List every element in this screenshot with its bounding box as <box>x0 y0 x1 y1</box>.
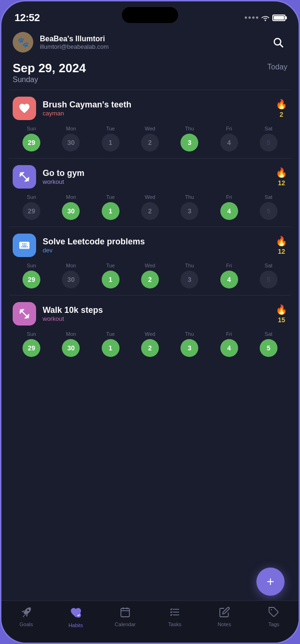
day-circle[interactable]: 1 <box>102 134 120 152</box>
nav-item-tasks[interactable]: Tasks <box>150 606 200 627</box>
day-col: Sun 29 <box>13 194 50 220</box>
habit-card-leetcode[interactable]: Solve Leetcode problems dev 🔥 12 Sun 29 … <box>9 227 291 295</box>
current-date: Sep 29, 2024 <box>13 61 86 76</box>
day-circle[interactable]: 29 <box>22 134 40 152</box>
habit-name: Brush Cayman's teeth <box>43 100 269 110</box>
day-circle[interactable]: 30 <box>62 271 80 288</box>
flame-icon: 🔥 <box>276 167 287 178</box>
day-circle[interactable]: 5 <box>260 134 278 152</box>
day-col: Sun 29 <box>13 263 50 288</box>
date-header: Sep 29, 2024 Sunday Today <box>1 57 299 90</box>
day-circle[interactable]: 5 <box>260 271 278 288</box>
day-circle[interactable]: 3 <box>180 202 198 220</box>
day-circle[interactable]: 29 <box>22 202 40 220</box>
nav-item-tags[interactable]: Tags <box>249 606 299 627</box>
day-circle[interactable]: 30 <box>62 202 80 220</box>
day-col: Sun 29 <box>13 126 50 152</box>
habit-icon <box>13 165 36 189</box>
notes-label: Notes <box>218 621 231 627</box>
day-circle[interactable]: 4 <box>220 271 238 288</box>
nav-item-goals[interactable]: Goals <box>1 606 51 627</box>
habit-name: Go to gym <box>43 168 269 178</box>
day-circle[interactable]: 1 <box>102 271 120 288</box>
day-col: Sat 5 <box>250 126 287 152</box>
week-row: Sun 29 Mon 30 Tue 1 Wed 2 Thu 3 Fri 4 Sa… <box>13 263 287 288</box>
header-text: BeaBea's Illumtori illumtori@beabealab.c… <box>40 35 262 50</box>
tasks-label: Tasks <box>168 621 181 627</box>
day-col: Fri 4 <box>210 194 248 220</box>
day-circle[interactable]: 4 <box>220 134 238 152</box>
habits-icon <box>70 606 82 621</box>
habit-icon <box>13 234 36 257</box>
day-label: Tue <box>106 194 115 200</box>
day-label: Sun <box>27 126 36 131</box>
user-name: BeaBea's Illumtori <box>40 35 262 43</box>
day-label: Fri <box>226 263 232 268</box>
day-circle[interactable]: 30 <box>62 339 80 357</box>
day-col: Sat 5 <box>250 331 287 357</box>
status-time: 12:52 <box>15 12 40 24</box>
day-circle[interactable]: 3 <box>180 134 198 152</box>
day-circle[interactable]: 1 <box>102 202 120 220</box>
habits-list: Brush Cayman's teeth cayman 🔥 2 Sun 29 M… <box>1 90 299 577</box>
habit-card-walk-10k[interactable]: Walk 10k steps workout 🔥 15 Sun 29 Mon 3… <box>9 295 291 364</box>
day-label: Wed <box>145 331 155 337</box>
day-label: Thu <box>185 126 194 131</box>
day-circle[interactable]: 3 <box>180 271 198 288</box>
habit-streak: 🔥 15 <box>276 304 287 324</box>
day-circle[interactable]: 5 <box>260 202 278 220</box>
habit-tag: workout <box>43 178 269 185</box>
day-col: Mon 30 <box>52 126 90 152</box>
day-col: Mon 30 <box>52 263 90 288</box>
day-label: Tue <box>106 126 115 131</box>
nav-item-habits[interactable]: Habits <box>51 606 101 628</box>
today-button[interactable]: Today <box>267 61 287 71</box>
nav-item-calendar[interactable]: Calendar <box>100 606 150 627</box>
habit-name: Walk 10k steps <box>43 305 269 315</box>
day-label: Wed <box>145 263 155 268</box>
habit-card-brush-cayman[interactable]: Brush Cayman's teeth cayman 🔥 2 Sun 29 M… <box>9 90 291 158</box>
day-circle[interactable]: 30 <box>62 134 80 152</box>
day-col: Fri 4 <box>210 126 248 152</box>
day-circle[interactable]: 29 <box>22 339 40 357</box>
day-col: Tue 1 <box>92 331 129 357</box>
day-label: Wed <box>145 126 155 131</box>
battery-icon <box>272 15 285 21</box>
week-row: Sun 29 Mon 30 Tue 1 Wed 2 Thu 3 Fri 4 Sa… <box>13 331 287 357</box>
current-day: Sunday <box>13 76 86 84</box>
streak-count: 12 <box>278 248 285 255</box>
day-circle[interactable]: 2 <box>141 134 159 152</box>
day-circle[interactable]: 1 <box>102 339 120 357</box>
day-circle[interactable]: 2 <box>141 202 159 220</box>
day-col: Thu 3 <box>171 331 208 357</box>
day-circle[interactable]: 5 <box>260 339 278 357</box>
day-col: Wed 2 <box>131 194 169 220</box>
svg-rect-3 <box>121 608 129 617</box>
search-button[interactable] <box>269 33 287 52</box>
day-label: Tue <box>106 263 115 268</box>
day-label: Tue <box>106 331 115 337</box>
add-habit-button[interactable]: + <box>256 568 285 596</box>
day-circle[interactable]: 29 <box>22 271 40 288</box>
day-label: Sat <box>265 126 273 131</box>
day-circle[interactable]: 4 <box>220 339 238 357</box>
day-label: Sat <box>265 194 273 200</box>
day-col: Mon 30 <box>52 194 90 220</box>
day-circle[interactable]: 3 <box>180 339 198 357</box>
habit-streak: 🔥 12 <box>276 235 287 255</box>
day-col: Sat 5 <box>250 263 287 288</box>
day-circle[interactable]: 4 <box>220 202 238 220</box>
habit-info: Go to gym workout <box>43 168 269 185</box>
avatar[interactable]: 🐾 <box>13 32 33 53</box>
habit-info: Solve Leetcode problems dev <box>43 237 269 254</box>
habit-name: Solve Leetcode problems <box>43 237 269 247</box>
nav-item-notes[interactable]: Notes <box>200 606 249 627</box>
status-icons <box>245 15 285 21</box>
day-circle[interactable]: 2 <box>141 271 159 288</box>
phone-frame: 12:52 🐾 BeaBea's Illumtori illumtori@bea… <box>0 0 300 644</box>
day-label: Fri <box>226 194 232 200</box>
day-circle[interactable]: 2 <box>141 339 159 357</box>
habit-info: Brush Cayman's teeth cayman <box>43 100 269 117</box>
habit-card-go-to-gym[interactable]: Go to gym workout 🔥 12 Sun 29 Mon 30 Tue… <box>9 158 291 227</box>
day-col: Fri 4 <box>210 331 248 357</box>
